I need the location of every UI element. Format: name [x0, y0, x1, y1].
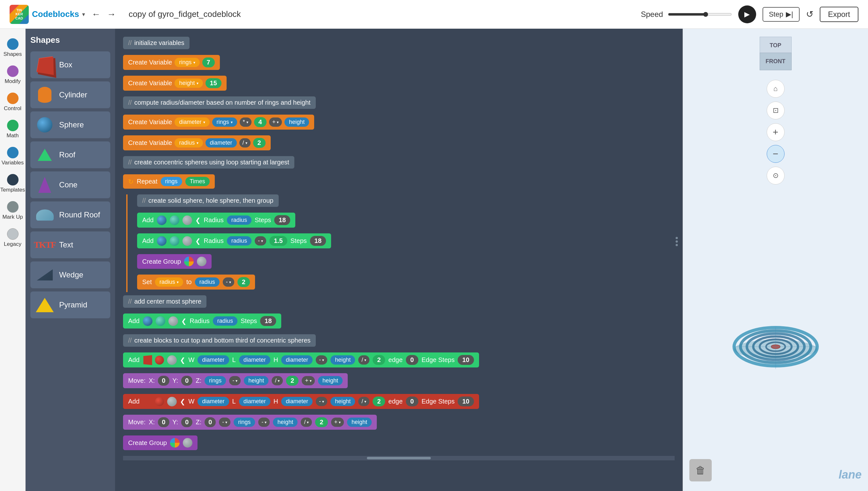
h-var[interactable]: diameter [281, 355, 313, 365]
h-div-op2[interactable]: / ▾ [358, 397, 370, 406]
sidebar-item-control[interactable]: Control [1, 89, 25, 115]
move2-div[interactable]: / ▾ [301, 417, 312, 427]
move1-num[interactable]: 2 [286, 376, 298, 386]
move1-y-val[interactable]: 0 [181, 376, 192, 386]
shape-round-roof[interactable]: Round Roof [30, 201, 110, 228]
create-var-radius-block[interactable]: Create Variable radius ▾ diameter / ▾ 2 [123, 135, 675, 153]
reset-button[interactable]: ↺ [806, 9, 813, 20]
set-var-pill[interactable]: radius ▾ [155, 278, 183, 287]
sidebar-item-math[interactable]: Math [1, 117, 25, 142]
speed-slider[interactable] [668, 12, 732, 17]
set-op-pill[interactable]: radius [195, 278, 220, 287]
steps-val2[interactable]: 18 [310, 236, 326, 246]
create-var-rings-block[interactable]: Create Variable rings ▾ 7 [123, 55, 675, 73]
h-height-var2[interactable]: height [330, 397, 355, 406]
move2-block[interactable]: Move: X: 0 Y: 0 Z: 0 - ▾ rings - ▾ heigh… [123, 415, 675, 432]
shape-wedge[interactable]: Wedge [30, 261, 110, 288]
forward-button[interactable]: → [107, 9, 116, 20]
h-minus-op2[interactable]: - ▾ [316, 397, 327, 406]
export-button[interactable]: Export [820, 7, 859, 22]
shape-pyramid[interactable]: Pyramid [30, 291, 110, 318]
esteps-val2[interactable]: 10 [458, 397, 473, 406]
move1-block[interactable]: Move: X: 0 Y: 0 Z: rings - ▾ height / ▾ … [123, 373, 675, 391]
height-op-pill[interactable]: height [284, 117, 309, 127]
add-op[interactable]: + ▾ [269, 117, 282, 127]
radius-num-pill[interactable]: 2 [253, 138, 266, 148]
create-group-block[interactable]: Create Group [137, 254, 675, 271]
w-var2[interactable]: diameter [197, 397, 229, 406]
perspective-button[interactable]: ⊙ [767, 167, 785, 184]
add-center-sphere-block[interactable]: Add ❮ Radius radius Steps 18 [123, 314, 675, 331]
add-hole-sphere-block[interactable]: Add ❮ Radius radius - ▾ 1.5 Steps 18 [137, 233, 675, 251]
move1-height[interactable]: height [318, 376, 343, 385]
sidebar-item-variables[interactable]: Variables [1, 144, 25, 169]
h-height-var[interactable]: height [330, 355, 355, 365]
h-num2[interactable]: 2 [373, 397, 385, 406]
move2-minus1[interactable]: - ▾ [219, 417, 230, 427]
sidebar-item-templates[interactable]: Templates [1, 171, 25, 196]
h-var2[interactable]: diameter [281, 397, 313, 406]
l-var2[interactable]: diameter [239, 397, 270, 406]
rings-op-pill[interactable]: rings ▾ [212, 117, 237, 127]
delete-button[interactable]: 🗑 [689, 459, 712, 482]
step-button[interactable]: Step ▶| [762, 7, 799, 22]
diam-val-pill[interactable]: diameter [206, 138, 237, 147]
move2-num[interactable]: 2 [315, 417, 328, 427]
shape-box[interactable]: Box [30, 51, 110, 78]
move2-height2[interactable]: height [347, 417, 372, 427]
create-var-diameter-block[interactable]: Create Variable diameter ▾ rings ▾ * ▾ 4… [123, 115, 675, 132]
loop-var-pill[interactable]: rings [161, 177, 182, 186]
sidebar-item-modify[interactable]: Modify [1, 62, 25, 88]
shape-sphere[interactable]: Sphere [30, 111, 110, 138]
w-var[interactable]: diameter [197, 355, 229, 365]
minus-op2[interactable]: - ▾ [255, 236, 266, 246]
add-solid-sphere-block[interactable]: Add ❮ Radius radius Steps 18 [137, 212, 675, 230]
zoom-out-button[interactable]: − [767, 145, 785, 163]
sidebar-item-legacy[interactable]: Legacy [1, 225, 25, 251]
h-div-op[interactable]: / ▾ [358, 355, 370, 365]
height-pill[interactable]: height ▾ [174, 79, 202, 88]
create-var-height-block[interactable]: Create Variable height ▾ 15 [123, 76, 675, 93]
radius-var-pill3[interactable]: radius [213, 316, 238, 326]
code-area[interactable]: // initialize variables Create Variable … [115, 29, 683, 491]
div-op[interactable]: / ▾ [239, 138, 250, 147]
height-val-pill[interactable]: 15 [206, 78, 221, 88]
radius-pill[interactable]: radius ▾ [174, 138, 202, 147]
h-scroll-thumb[interactable] [367, 457, 431, 459]
move2-z-val[interactable]: 0 [205, 417, 216, 427]
shape-text[interactable]: TKTF Text [30, 231, 110, 258]
esteps-val[interactable]: 10 [458, 355, 473, 365]
fit-view-button[interactable]: ⊡ [767, 102, 785, 119]
rings-val-pill[interactable]: 7 [202, 57, 215, 67]
move2-x-val[interactable]: 0 [158, 417, 169, 427]
h-num[interactable]: 2 [373, 355, 385, 365]
steps-val3[interactable]: 18 [260, 316, 276, 326]
back-button[interactable]: ← [91, 9, 100, 20]
l-var[interactable]: diameter [239, 355, 270, 365]
mult-op[interactable]: * ▾ [240, 117, 251, 127]
move1-x-val[interactable]: 0 [158, 376, 169, 386]
sphere-num2[interactable]: 1.5 [269, 236, 287, 246]
add-box1-block[interactable]: Add ❮ W diameter L diameter H diameter -… [123, 352, 675, 370]
radius-var-pill[interactable]: radius [227, 215, 251, 225]
zoom-in-button[interactable]: + [767, 123, 785, 141]
move2-add[interactable]: + ▾ [331, 417, 344, 427]
edge-val[interactable]: 0 [406, 355, 418, 365]
move2-rings[interactable]: rings [234, 417, 255, 427]
sidebar-item-shapes[interactable]: Shapes [1, 35, 25, 61]
move1-div[interactable]: / ▾ [272, 376, 283, 385]
home-view-button[interactable]: ⌂ [767, 80, 785, 98]
move2-height[interactable]: height [273, 417, 298, 427]
edge-val2[interactable]: 0 [406, 397, 418, 406]
final-group-block[interactable]: Create Group [123, 435, 675, 453]
loop-block[interactable]: ↻ Repeat rings Times [123, 174, 675, 191]
shape-cylinder[interactable]: Cylinder [30, 81, 110, 108]
shape-cone[interactable]: Cone [30, 171, 110, 198]
app-dropdown[interactable]: ▾ [82, 11, 85, 18]
diameter-pill[interactable]: diameter ▾ [174, 117, 209, 127]
cube-top-face[interactable]: TOP [760, 37, 792, 54]
move2-minus2[interactable]: - ▾ [258, 417, 270, 427]
move1-add[interactable]: + ▾ [302, 376, 315, 385]
h-minus-op[interactable]: - ▾ [316, 355, 327, 365]
move2-y-val[interactable]: 0 [181, 417, 192, 427]
